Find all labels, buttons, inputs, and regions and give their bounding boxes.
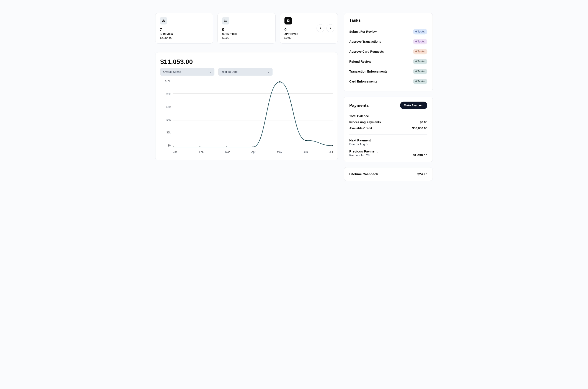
stat-label: SUBMITTED — [222, 33, 271, 35]
task-count-pill: 0 Tasks — [413, 79, 427, 84]
stat-card-in-review[interactable]: 7 IN REVIEW $2,854.00 — [155, 13, 213, 43]
task-row[interactable]: Submit For Review0 Tasks — [349, 27, 427, 37]
task-name: Transaction Enforcements — [349, 70, 387, 73]
y-tick-label: $6k — [160, 105, 171, 108]
check-icon — [285, 17, 292, 25]
y-tick-label: $4k — [160, 118, 171, 121]
divider — [349, 134, 427, 134]
chart-point[interactable] — [225, 146, 228, 147]
x-tick-label: Jul — [330, 151, 333, 154]
task-row[interactable]: Transaction Enforcements0 Tasks — [349, 66, 427, 76]
cashback-label: Lifetime Cashback — [349, 172, 378, 176]
y-tick-label: $8k — [160, 93, 171, 96]
stat-amount: $2,854.00 — [160, 36, 209, 39]
x-tick-label: Jun — [303, 151, 308, 154]
x-tick-label: Jan — [173, 151, 177, 154]
task-row[interactable]: Approve Card Requests0 Tasks — [349, 47, 427, 57]
task-count-pill: 0 Tasks — [413, 29, 427, 34]
chart-point[interactable] — [252, 146, 254, 147]
next-payment-sub: Due by Aug 5 — [349, 142, 368, 146]
make-payment-button[interactable]: Make Payment — [400, 101, 427, 109]
prev-payment-value: $1,098.00 — [413, 153, 427, 157]
list-icon — [222, 17, 229, 25]
y-tick-label: $10k — [160, 80, 171, 83]
stat-next-button[interactable] — [327, 24, 334, 32]
task-count-pill: 0 Tasks — [413, 69, 427, 74]
range-select[interactable]: Year To Date ⌄ — [218, 68, 273, 76]
x-tick-label: Mar — [225, 151, 230, 154]
prev-payment-sub: Paid on Jun 28 — [349, 154, 369, 157]
metric-select[interactable]: Overall Spend ⌄ — [160, 68, 215, 76]
task-row[interactable]: Approve Transactions0 Tasks — [349, 37, 427, 47]
eye-icon — [160, 17, 167, 25]
task-name: Refund Review — [349, 60, 371, 63]
range-select-label: Year To Date — [221, 70, 237, 73]
chart-point[interactable] — [173, 146, 175, 147]
total-balance-label: Total Balance — [349, 114, 369, 118]
task-name: Submit For Review — [349, 30, 377, 33]
payments-card: Payments Make Payment Total Balance Proc… — [344, 97, 433, 162]
task-count-pill: 0 Tasks — [413, 49, 427, 54]
chart-line — [173, 82, 333, 147]
task-name: Approve Transactions — [349, 40, 381, 43]
task-name: Approve Card Requests — [349, 50, 384, 53]
credit-label: Available Credit — [349, 127, 372, 130]
chart-area: $10k$8k$6k$4k$2k$0 JanFebMarAprMayJunJul — [160, 80, 333, 154]
cashback-card[interactable]: Lifetime Cashback $24.93 — [344, 167, 433, 181]
stat-label: APPROVED — [285, 33, 333, 35]
chevron-down-icon: ⌄ — [267, 70, 269, 73]
y-tick-label: $0 — [160, 144, 171, 147]
svg-point-0 — [163, 20, 164, 21]
spend-chart-card: $11,053.00 Overall Spend ⌄ Year To Date … — [155, 52, 338, 160]
next-payment-label: Next Payment — [349, 138, 427, 142]
x-tick-label: May — [277, 151, 282, 154]
chart-point[interactable] — [331, 145, 333, 146]
task-row[interactable]: Refund Review0 Tasks — [349, 57, 427, 66]
chevron-left-icon — [319, 27, 322, 30]
gridline — [173, 147, 333, 147]
tasks-card: Tasks Submit For Review0 TasksApprove Tr… — [344, 13, 433, 91]
chart-point[interactable] — [199, 146, 201, 147]
stat-card-submitted[interactable]: 0 SUBMITTED $0.00 — [218, 13, 275, 43]
task-count-pill: 0 Tasks — [413, 39, 427, 44]
stat-value: 0 — [222, 28, 271, 32]
task-row[interactable]: Card Enforcements0 Tasks — [349, 76, 427, 86]
task-name: Card Enforcements — [349, 80, 377, 83]
x-tick-label: Feb — [199, 151, 204, 154]
stat-amount: $0.00 — [285, 36, 333, 39]
stat-prev-button[interactable] — [317, 24, 324, 32]
chart-point[interactable] — [278, 81, 281, 82]
stat-value: 7 — [160, 28, 209, 32]
metric-select-label: Overall Spend — [163, 70, 181, 73]
svg-rect-7 — [287, 20, 290, 22]
chevron-down-icon: ⌄ — [209, 70, 211, 73]
processing-label: Processing Payments — [349, 120, 381, 124]
y-tick-label: $2k — [160, 131, 171, 134]
task-count-pill: 0 Tasks — [413, 59, 427, 64]
credit-value: $50,000.00 — [412, 127, 427, 130]
tasks-title: Tasks — [349, 18, 427, 23]
chart-point[interactable] — [305, 140, 307, 141]
prev-payment-label: Previous Payment — [349, 149, 427, 153]
payments-title: Payments — [349, 103, 369, 108]
cashback-value: $24.93 — [417, 172, 427, 176]
processing-value: $0.00 — [420, 120, 427, 124]
chevron-right-icon — [329, 27, 332, 30]
stat-label: IN REVIEW — [160, 33, 209, 35]
stat-amount: $0.00 — [222, 36, 271, 39]
stat-row: 7 IN REVIEW $2,854.00 0 SUBMITTED $0.00 … — [155, 13, 338, 43]
chart-total: $11,053.00 — [160, 58, 333, 65]
x-tick-label: Apr — [251, 151, 256, 154]
stat-nav-arrows — [317, 24, 334, 32]
